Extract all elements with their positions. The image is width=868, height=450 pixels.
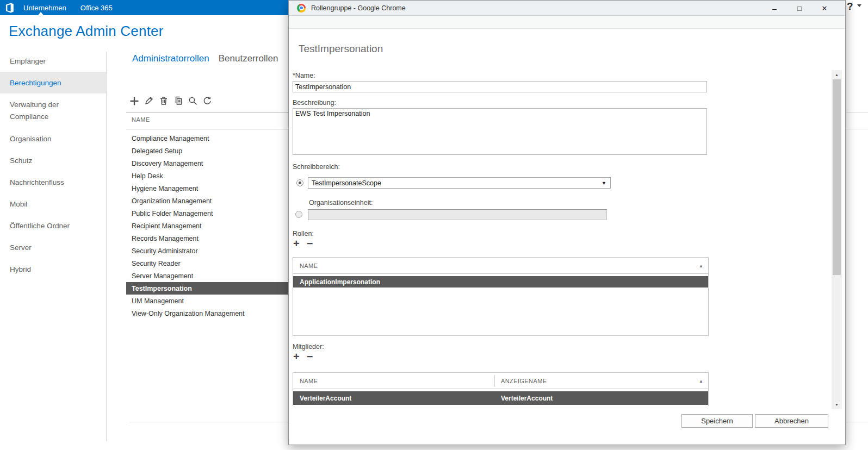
- tab-administratorrollen[interactable]: Administratorrollen: [132, 53, 209, 64]
- members-row-selected[interactable]: VerteilerAccount VerteilerAccount: [293, 391, 708, 405]
- roles-row-value: ApplicationImpersonation: [300, 278, 380, 286]
- sidebar-item-nachrichtenfluss[interactable]: Nachrichtenfluss: [0, 171, 106, 193]
- list-item[interactable]: Records Management: [126, 232, 288, 245]
- org-unit-field: [308, 209, 607, 220]
- member-display-name: VerteilerAccount: [501, 395, 553, 402]
- write-scope-value: TestImpersonateScope: [312, 179, 602, 187]
- office-logo-icon[interactable]: [5, 3, 14, 13]
- suite-tab-unternehmen[interactable]: Unternehmen: [23, 4, 66, 12]
- role-group-list: Compliance Management Delegated Setup Di…: [126, 132, 288, 320]
- dialog-toolbar-strip: [289, 16, 845, 29]
- sidebar-item-organisation[interactable]: Organisation: [0, 128, 106, 149]
- members-label: Mitglieder:: [293, 343, 324, 351]
- sidebar-item-berechtigungen[interactable]: Berechtigungen: [0, 72, 106, 93]
- list-header-bottom-line: [126, 129, 288, 129]
- list-item[interactable]: Public Folder Management: [126, 207, 288, 220]
- page-title: Exchange Admin Center: [9, 23, 164, 40]
- description-label: Beschreibung:: [293, 99, 336, 107]
- members-table: NAME ANZEIGENAME ▲ VerteilerAccount Vert…: [293, 372, 709, 406]
- suite-bar: Unternehmen Office 365: [0, 0, 288, 15]
- write-scope-radio[interactable]: [296, 179, 303, 186]
- list-item-selected[interactable]: TestImpersonation: [126, 282, 288, 295]
- minimize-button[interactable]: –: [769, 4, 780, 13]
- content-tabs: Administratorrollen Benutzerrollen: [132, 53, 287, 64]
- list-item[interactable]: UM Management: [126, 295, 288, 307]
- copy-icon[interactable]: [173, 96, 183, 106]
- list-item[interactable]: Help Desk: [126, 170, 288, 182]
- roles-table-header[interactable]: NAME ▲: [293, 258, 708, 274]
- tab-benutzerrollen[interactable]: Benutzerrollen: [219, 53, 278, 64]
- sidebar-item-oeffentliche-ordner[interactable]: Öffentliche Ordner: [0, 215, 106, 236]
- add-icon[interactable]: [129, 96, 139, 106]
- sidebar-item-compliance[interactable]: Verwaltung der Compliance: [0, 93, 106, 128]
- description-field[interactable]: EWS Test Impersonation: [293, 108, 707, 155]
- delete-icon[interactable]: [158, 96, 169, 106]
- list-item[interactable]: Organization Management: [126, 195, 288, 207]
- dropdown-caret-icon: ▼: [602, 180, 606, 186]
- roles-remove-icon[interactable]: −: [307, 239, 313, 248]
- roles-column-name: NAME: [300, 262, 318, 269]
- scroll-down-icon[interactable]: ▼: [832, 400, 842, 409]
- list-toolbar: [129, 96, 213, 106]
- bg-header-line2-right: [846, 129, 868, 129]
- scrollbar-thumb[interactable]: [833, 79, 841, 275]
- close-button[interactable]: ✕: [819, 4, 830, 12]
- chevron-down-icon: [857, 4, 861, 7]
- name-field[interactable]: [293, 81, 707, 92]
- dialog-heading: TestImpersonation: [299, 43, 383, 55]
- content-bottom-line-right: [846, 422, 868, 422]
- list-item[interactable]: Delegated Setup: [126, 145, 288, 157]
- list-item[interactable]: Hygiene Management: [126, 182, 288, 195]
- list-item[interactable]: Discovery Management: [126, 157, 288, 170]
- list-item[interactable]: Server Management: [126, 270, 288, 282]
- roles-row-selected[interactable]: ApplicationImpersonation: [293, 276, 708, 288]
- content-bottom-line-left: [129, 422, 288, 422]
- sidebar-item-schutz[interactable]: Schutz: [0, 149, 106, 171]
- sidebar-item-mobil[interactable]: Mobil: [0, 193, 106, 215]
- list-item[interactable]: Security Administrator: [126, 245, 288, 257]
- roles-add-icon[interactable]: +: [293, 239, 300, 248]
- help-menu[interactable]: ?: [847, 1, 861, 12]
- rollengruppe-dialog: Rollengruppe - Google Chrome – □ ✕ TestI…: [288, 0, 846, 445]
- members-actions: + −: [293, 352, 313, 361]
- roles-actions: + −: [293, 239, 313, 248]
- refresh-icon[interactable]: [202, 96, 213, 106]
- column-divider: [494, 375, 495, 386]
- members-add-icon[interactable]: +: [293, 352, 300, 361]
- help-icon[interactable]: ?: [847, 1, 853, 12]
- org-unit-label: Organisationseinheit:: [309, 199, 373, 207]
- list-header-top-line: [126, 112, 288, 113]
- list-item[interactable]: Recipient Management: [126, 220, 288, 232]
- sidebar-item-hybrid[interactable]: Hybrid: [0, 258, 106, 280]
- maximize-button[interactable]: □: [794, 4, 805, 12]
- list-item[interactable]: Compliance Management: [126, 132, 288, 145]
- search-icon[interactable]: [188, 96, 198, 106]
- list-item[interactable]: View-Only Organization Management: [126, 307, 288, 320]
- active-tab-indicator: [38, 12, 44, 15]
- list-column-name[interactable]: NAME: [132, 116, 150, 123]
- write-scope-label: Schreibbereich:: [293, 163, 340, 171]
- dialog-titlebar[interactable]: Rollengruppe - Google Chrome: [289, 1, 845, 16]
- bg-header-line-right: [846, 112, 868, 112]
- members-column-anzeigename: ANZEIGENAME: [501, 378, 547, 384]
- list-item[interactable]: Security Reader: [126, 257, 288, 270]
- sort-asc-icon[interactable]: ▲: [699, 379, 703, 384]
- dialog-scrollbar[interactable]: ▲ ▼: [832, 70, 842, 409]
- write-scope-dropdown[interactable]: TestImpersonateScope ▼: [308, 177, 611, 189]
- cancel-button[interactable]: Abbrechen: [755, 414, 828, 428]
- org-unit-radio[interactable]: [295, 211, 302, 218]
- edit-icon[interactable]: [144, 96, 154, 106]
- roles-label: Rollen:: [293, 230, 314, 238]
- sort-asc-icon[interactable]: ▲: [699, 264, 703, 268]
- suite-tab-office365[interactable]: Office 365: [80, 4, 113, 12]
- save-button[interactable]: Speichern: [681, 414, 753, 428]
- members-table-header[interactable]: NAME ANZEIGENAME ▲: [293, 373, 708, 389]
- window-controls: – □ ✕: [769, 1, 830, 16]
- members-column-name: NAME: [300, 378, 318, 384]
- sidebar-item-server[interactable]: Server: [0, 236, 106, 258]
- chrome-icon: [297, 4, 306, 12]
- members-remove-icon[interactable]: −: [307, 352, 313, 361]
- sidebar-item-empfaenger[interactable]: Empfänger: [0, 50, 106, 72]
- name-label: *Name:: [293, 72, 315, 79]
- scroll-up-icon[interactable]: ▲: [832, 70, 842, 79]
